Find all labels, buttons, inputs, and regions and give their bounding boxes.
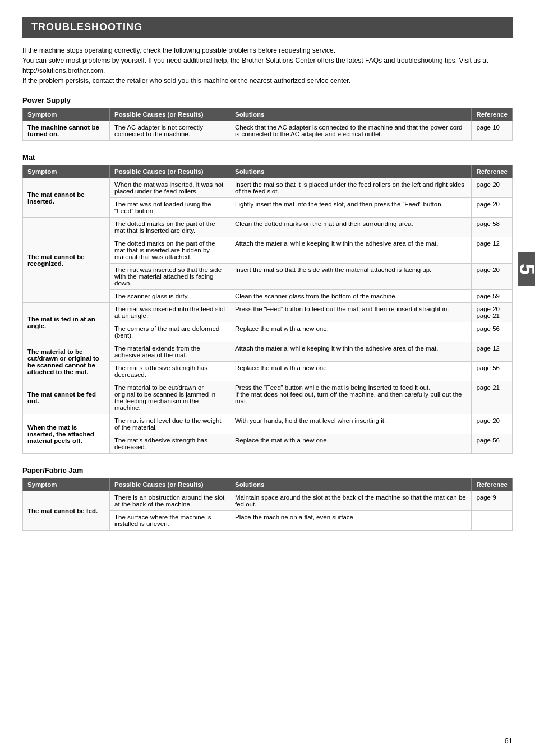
mat-cause-0-0: When the mat was inserted, it was not pl… (110, 178, 230, 198)
mat-cause-1-0: The dotted marks on the part of the mat … (110, 218, 230, 237)
intro-line-2: You can solve most problems by yourself.… (22, 56, 513, 76)
table-row: The mat cannot be recognized.The dotted … (23, 218, 513, 237)
pf-col-causes: Possible Causes (or Results) (110, 478, 230, 491)
pf-reference-0-1: — (472, 511, 513, 531)
power-supply-title: Power Supply (22, 96, 513, 104)
ps-solution: Check that the AC adapter is connected t… (230, 121, 472, 141)
mat-cause-3-0: The material extends from the adhesive a… (110, 342, 230, 362)
pf-symptom-0: The mat cannot be fed. (23, 491, 110, 531)
paper-fabric-title: Paper/Fabric Jam (22, 466, 513, 474)
mat-reference-3-0: page 12 (472, 342, 513, 362)
mat-reference-0-1: page 20 (472, 198, 513, 218)
intro-line-1: If the machine stops operating correctly… (22, 45, 513, 56)
ps-col-solutions: Solutions (230, 108, 472, 121)
mat-table: Symptom Possible Causes (or Results) Sol… (22, 165, 513, 454)
mat-cause-2-0: The mat was inserted into the feed slot … (110, 303, 230, 322)
pf-cause-0-1: The surface where the machine is install… (110, 511, 230, 531)
mat-cause-1-3: The scanner glass is dirty. (110, 290, 230, 303)
mat-solution-3-1: Replace the mat with a new one. (230, 362, 472, 381)
table-row: The mat cannot be fed out.The material t… (23, 381, 513, 414)
mat-cause-0-1: The mat was not loaded using the “Feed” … (110, 198, 230, 218)
mat-reference-1-3: page 59 (472, 290, 513, 303)
mat-reference-5-0: page 20 (472, 414, 513, 434)
mat-cause-3-1: The mat’s adhesive strength has decrease… (110, 362, 230, 381)
paper-fabric-section: Paper/Fabric Jam Symptom Possible Causes… (22, 466, 513, 531)
table-row: The machine cannot be turned on. The AC … (23, 121, 513, 141)
mat-symptom-1: The mat cannot be recognized. (23, 218, 110, 303)
mat-reference-1-1: page 12 (472, 237, 513, 264)
ps-reference: page 10 (472, 121, 513, 141)
ps-col-causes: Possible Causes (or Results) (110, 108, 230, 121)
paper-fabric-table: Symptom Possible Causes (or Results) Sol… (22, 478, 513, 531)
mat-reference-3-1: page 56 (472, 362, 513, 381)
mat-cause-5-0: The mat is not level due to the weight o… (110, 414, 230, 434)
mat-symptom-2: The mat is fed in at an angle. (23, 303, 110, 342)
mat-col-solutions: Solutions (230, 165, 472, 178)
mat-reference-1-2: page 20 (472, 264, 513, 290)
pf-col-symptom: Symptom (23, 478, 110, 491)
pf-cause-0-0: There is an obstruction around the slot … (110, 491, 230, 511)
intro-section: If the machine stops operating correctly… (22, 45, 513, 86)
mat-cause-4-0: The material to be cut/drawn or original… (110, 381, 230, 414)
side-tab-number: 5 (515, 264, 535, 275)
side-tab: 5 (518, 252, 535, 286)
page-title: TROUBLESHOOTING (31, 21, 142, 33)
mat-solution-5-0: With your hands, hold the mat level when… (230, 414, 472, 434)
mat-solution-1-3: Clean the scanner glass from the bottom … (230, 290, 472, 303)
mat-reference-0-0: page 20 (472, 178, 513, 198)
mat-reference-5-1: page 56 (472, 434, 513, 454)
mat-symptom-5: When the mat is inserted, the attached m… (23, 414, 110, 454)
mat-symptom-4: The mat cannot be fed out. (23, 381, 110, 414)
mat-col-causes: Possible Causes (or Results) (110, 165, 230, 178)
page-num-text: 61 (505, 736, 513, 745)
mat-title: Mat (22, 153, 513, 162)
pf-col-solutions: Solutions (230, 478, 472, 491)
title-bar: TROUBLESHOOTING (22, 17, 513, 38)
mat-cause-2-1: The corners of the mat are deformed (ben… (110, 322, 230, 342)
mat-symptom-3: The material to be cut/drawn or original… (23, 342, 110, 381)
mat-solution-1-1: Attach the material while keeping it wit… (230, 237, 472, 264)
mat-symptom-0: The mat cannot be inserted. (23, 178, 110, 218)
mat-solution-5-1: Replace the mat with a new one. (230, 434, 472, 454)
mat-solution-1-0: Clean the dotted marks on the mat and th… (230, 218, 472, 237)
mat-reference-2-0: page 20 page 21 (472, 303, 513, 322)
intro-line-3: If the problem persists, contact the ret… (22, 76, 513, 86)
mat-solution-1-2: Insert the mat so that the side with the… (230, 264, 472, 290)
mat-col-symptom: Symptom (23, 165, 110, 178)
mat-solution-2-1: Replace the mat with a new one. (230, 322, 472, 342)
mat-reference-1-0: page 58 (472, 218, 513, 237)
pf-reference-0-0: page 9 (472, 491, 513, 511)
mat-section: Mat Symptom Possible Causes (or Results)… (22, 153, 513, 454)
table-row: The material to be cut/drawn or original… (23, 342, 513, 362)
pf-solution-0-0: Maintain space around the slot at the ba… (230, 491, 472, 511)
table-row: The mat cannot be inserted.When the mat … (23, 178, 513, 198)
mat-cause-1-2: The mat was inserted so that the side wi… (110, 264, 230, 290)
pf-solution-0-1: Place the machine on a flat, even surfac… (230, 511, 472, 531)
ps-col-symptom: Symptom (23, 108, 110, 121)
mat-reference-4-0: page 21 (472, 381, 513, 414)
power-supply-table: Symptom Possible Causes (or Results) Sol… (22, 108, 513, 141)
ps-symptom: The machine cannot be turned on. (23, 121, 110, 141)
pf-col-reference: Reference (472, 478, 513, 491)
mat-solution-0-0: Insert the mat so that it is placed unde… (230, 178, 472, 198)
table-row: The mat cannot be fed.There is an obstru… (23, 491, 513, 511)
mat-solution-4-0: Press the “Feed” button while the mat is… (230, 381, 472, 414)
mat-solution-3-0: Attach the material while keeping it wit… (230, 342, 472, 362)
table-row: When the mat is inserted, the attached m… (23, 414, 513, 434)
mat-solution-0-1: Lightly insert the mat into the feed slo… (230, 198, 472, 218)
table-row: The mat is fed in at an angle.The mat wa… (23, 303, 513, 322)
ps-col-reference: Reference (472, 108, 513, 121)
mat-cause-1-1: The dotted marks on the part of the mat … (110, 237, 230, 264)
page-number: 61 (505, 736, 513, 745)
mat-cause-5-1: The mat’s adhesive strength has decrease… (110, 434, 230, 454)
ps-cause: The AC adapter is not correctly connecte… (110, 121, 230, 141)
mat-col-reference: Reference (472, 165, 513, 178)
mat-solution-2-0: Press the “Feed” button to feed out the … (230, 303, 472, 322)
power-supply-section: Power Supply Symptom Possible Causes (or… (22, 96, 513, 141)
mat-reference-2-1: page 56 (472, 322, 513, 342)
